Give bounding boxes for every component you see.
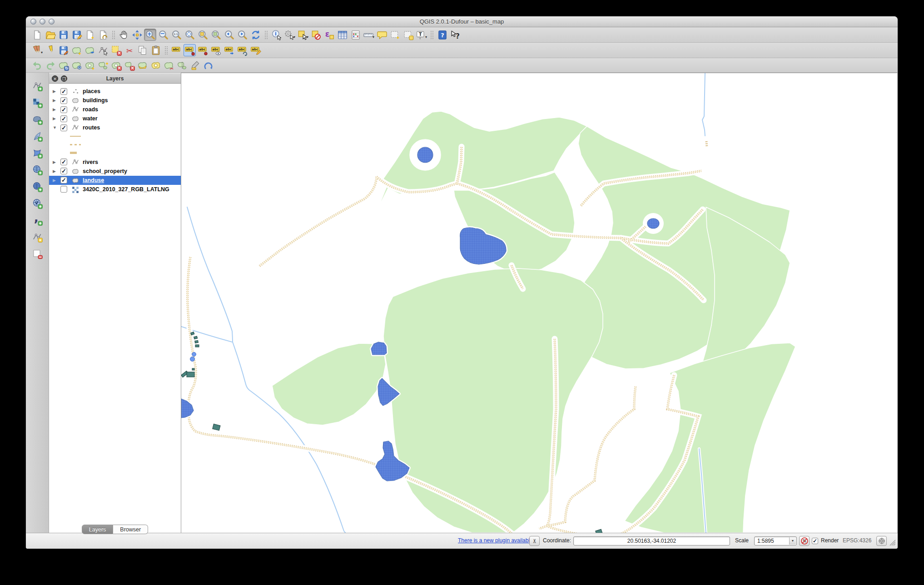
help-contents-button[interactable]: ? <box>436 29 448 41</box>
coordinate-input[interactable]: 20.50163,-34.01202 <box>573 536 730 545</box>
zoom-last-button[interactable] <box>223 29 235 41</box>
zoom-next-button[interactable] <box>236 29 248 41</box>
pin-labels-button[interactable]: abc <box>184 44 196 56</box>
add-postgis-layer-button[interactable] <box>31 113 44 125</box>
layer-row-school_property[interactable]: ▶✓school_property <box>49 167 181 176</box>
chevron-right-icon[interactable]: ▶ <box>53 160 58 164</box>
layer-row-landuse[interactable]: ▶✓landuse <box>49 176 181 185</box>
layer-visibility-checkbox[interactable] <box>60 186 67 193</box>
add-mssql-layer-button[interactable] <box>31 147 44 159</box>
layer-visibility-checkbox[interactable]: ✓ <box>60 115 67 122</box>
merge-features-button[interactable] <box>176 59 188 71</box>
tab-layers[interactable]: Layers <box>82 525 114 534</box>
scale-dropdown-icon[interactable]: ▼ <box>789 537 796 545</box>
paste-features-button[interactable] <box>149 44 162 56</box>
new-print-composer-button[interactable]: ✦ <box>84 29 96 41</box>
field-calculator-button[interactable] <box>349 29 362 41</box>
tab-browser[interactable]: Browser <box>113 525 148 534</box>
dropdown-arrow-icon[interactable]: ▾ <box>425 35 427 41</box>
add-vector-layer-button[interactable] <box>31 79 44 92</box>
run-feature-action-button[interactable]: ▾ <box>283 29 296 41</box>
zoom-in-button[interactable]: + <box>144 29 156 41</box>
rotate-point-symbols-button[interactable] <box>189 59 201 71</box>
dropdown-arrow-icon[interactable]: ▾ <box>293 35 295 41</box>
delete-part-button[interactable]: × <box>123 59 135 71</box>
dropdown-arrow-icon[interactable]: ▾ <box>41 50 43 56</box>
layer-row-routes[interactable]: ▼✓routes <box>49 123 181 132</box>
save-project-as-button[interactable] <box>70 29 83 41</box>
fill-ring-button[interactable] <box>149 59 162 71</box>
new-project-button[interactable] <box>31 29 43 41</box>
plugin-icon[interactable]: ✂ <box>529 536 540 546</box>
scale-combo[interactable]: 1:5895 ▼ <box>754 536 797 545</box>
offset-curve-button[interactable] <box>202 59 214 71</box>
measure-button[interactable]: ▾ <box>363 29 375 41</box>
identify-button[interactable]: i <box>270 29 283 41</box>
layer-row-3420C_2010_327_RGB_LATLNG[interactable]: 3420C_2010_327_RGB_LATLNG <box>49 185 181 194</box>
layer-visibility-checkbox[interactable]: ✓ <box>60 159 67 165</box>
deselect-all-button[interactable] <box>310 29 322 41</box>
zoom-out-button[interactable]: − <box>157 29 169 41</box>
cut-features-button[interactable]: ✂ <box>123 44 135 56</box>
split-features-button[interactable]: ✂ <box>163 59 175 71</box>
save-layer-edits-button[interactable] <box>57 44 70 56</box>
layer-row-buildings[interactable]: ▶✓buildings <box>49 96 181 105</box>
chevron-right-icon[interactable]: ▶ <box>53 169 58 174</box>
layer-labeling-button[interactable]: abc <box>170 44 183 56</box>
chevron-right-icon[interactable]: ▶ <box>53 178 58 183</box>
chevron-right-icon[interactable]: ▶ <box>53 98 58 103</box>
open-project-button[interactable] <box>44 29 56 41</box>
layer-row-roads[interactable]: ▶✓roads <box>49 105 181 114</box>
current-edits-button[interactable]: ▾ <box>31 44 43 56</box>
add-spatialite-layer-button[interactable] <box>31 130 44 142</box>
chevron-right-icon[interactable]: ▶ <box>53 116 58 121</box>
remove-layer-button[interactable] <box>31 248 44 260</box>
layer-visibility-checkbox[interactable]: ✓ <box>60 177 67 183</box>
new-bookmark-button[interactable]: ✦ <box>389 29 401 41</box>
pan-map-button[interactable] <box>118 29 130 41</box>
undo-button[interactable] <box>31 59 43 71</box>
layer-row-rivers[interactable]: ▶✓rivers <box>49 158 181 167</box>
add-ring-button[interactable]: ✦ <box>84 59 96 71</box>
change-label-button[interactable]: abc <box>249 44 262 56</box>
add-raster-layer-button[interactable] <box>31 96 44 109</box>
add-wfs-layer-button[interactable] <box>31 197 44 209</box>
composer-manager-button[interactable] <box>97 29 109 41</box>
zoom-to-selection-button[interactable] <box>197 29 209 41</box>
dropdown-arrow-icon[interactable]: ▾ <box>373 35 374 41</box>
rotate-label-button[interactable]: abc <box>236 44 248 56</box>
new-shapefile-layer-button[interactable]: ✦ <box>31 231 44 243</box>
layer-visibility-checkbox[interactable]: ✓ <box>60 97 67 104</box>
move-feature-button[interactable] <box>84 44 96 56</box>
rotate-feature-button[interactable]: ↻ <box>57 59 70 71</box>
resize-grip[interactable] <box>889 540 896 547</box>
stop-render-button[interactable]: ✎ <box>799 536 810 546</box>
highlight-pinned-labels-button[interactable]: abc <box>197 44 209 56</box>
text-annotation-button[interactable]: T▾ <box>415 29 427 41</box>
show-bookmarks-button[interactable] <box>402 29 414 41</box>
chevron-right-icon[interactable]: ▶ <box>53 107 58 112</box>
redo-button[interactable] <box>44 59 56 71</box>
layer-visibility-checkbox[interactable]: ✓ <box>60 106 67 113</box>
zoom-full-button[interactable] <box>184 29 196 41</box>
open-attribute-table-button[interactable] <box>336 29 348 41</box>
layer-visibility-checkbox[interactable]: ✓ <box>60 124 67 131</box>
chevron-down-icon[interactable]: ▼ <box>53 125 58 130</box>
map-canvas[interactable] <box>181 73 897 533</box>
pan-to-selection-button[interactable] <box>131 29 143 41</box>
reshape-features-button[interactable] <box>136 59 149 71</box>
map-tips-button[interactable] <box>376 29 388 41</box>
refresh-button[interactable] <box>249 29 262 41</box>
simplify-feature-button[interactable] <box>70 59 83 71</box>
dropdown-arrow-icon[interactable]: ▾ <box>307 35 308 41</box>
zoom-to-layer-button[interactable] <box>210 29 222 41</box>
select-by-expression-button[interactable]: ε <box>323 29 335 41</box>
delete-selected-button[interactable]: × <box>110 44 122 56</box>
chevron-right-icon[interactable]: ▶ <box>53 89 58 94</box>
layer-visibility-checkbox[interactable]: ✓ <box>60 168 67 174</box>
copy-features-button[interactable] <box>136 44 149 56</box>
crs-globe-icon[interactable] <box>876 536 887 546</box>
add-wcs-layer-button[interactable] <box>31 180 44 193</box>
delete-ring-button[interactable]: × <box>110 59 122 71</box>
select-features-button[interactable]: ▾ <box>297 29 309 41</box>
